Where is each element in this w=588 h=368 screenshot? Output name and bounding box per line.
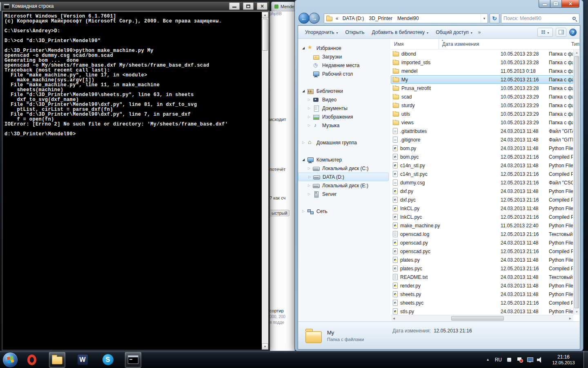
toolbar-item[interactable]: » <box>476 27 483 37</box>
expander-icon[interactable] <box>308 167 313 170</box>
help-button[interactable]: ? <box>569 29 577 36</box>
address-bar[interactable]: « DATA (D:) ▸ 3D_Printer ▸ <box>324 13 488 23</box>
column-header[interactable]: Имя <box>391 39 439 49</box>
file-row[interactable]: mendel 11.05.2013 0:18 Папка с фа <box>391 67 573 75</box>
toolbar-item[interactable]: Упорядочить <box>301 27 341 37</box>
toolbar-item[interactable]: Добавить в библиотеку <box>368 27 432 37</box>
scroll-right-icon[interactable]: ▶ <box>567 315 573 321</box>
minimize-button[interactable] <box>539 0 550 8</box>
file-row[interactable]: make_machine.py 11.05.2013 22:40 Python … <box>391 221 573 230</box>
file-row[interactable]: InkCL.pyc 12.05.2013 21:16 Compiled P <box>391 213 573 221</box>
sidebar-item[interactable]: DATA (D:) <box>298 173 389 181</box>
sidebar-item[interactable]: Компьютер <box>298 155 390 164</box>
address-dropdown-button[interactable]: ▾ <box>481 14 488 23</box>
toolbar-item[interactable]: Общий доступ <box>432 27 476 37</box>
file-row[interactable]: plates.pyc 12.05.2013 21:16 Compiled P <box>391 264 573 273</box>
scroll-up-icon[interactable]: ▲ <box>262 12 268 18</box>
app-icon[interactable] <box>506 357 513 363</box>
browser-tab[interactable]: MendelMax Build Manu... <box>271 2 295 11</box>
display-icon[interactable] <box>527 357 533 363</box>
volume-icon[interactable] <box>537 357 543 363</box>
expander-icon[interactable] <box>308 115 313 119</box>
file-row[interactable]: stls.py 24.03.2013 11:48 Python File <box>391 307 573 315</box>
console-scrollbar[interactable]: ▲ ▼ <box>262 12 268 350</box>
taskbar-app-button[interactable] <box>74 352 91 368</box>
expander-icon[interactable] <box>308 98 313 101</box>
horizontal-scrollbar[interactable]: ◀ ▶ <box>391 315 573 321</box>
breadcrumb-overflow-button[interactable]: « <box>334 16 340 21</box>
breadcrumb-segment[interactable]: Mendel90 <box>395 14 421 23</box>
file-row[interactable]: scad 10.05.2013 23:29 Папка с фа <box>391 92 573 101</box>
file-row[interactable]: views 10.05.2013 23:29 Папка с фа <box>391 118 573 127</box>
language-indicator[interactable]: RU <box>495 357 502 363</box>
show-desktop-button[interactable] <box>584 351 588 368</box>
close-button[interactable]: × <box>561 0 579 8</box>
show-hidden-icons-button[interactable]: ▲ <box>486 356 490 363</box>
file-row[interactable]: imported_stls 10.05.2013 23:28 Папка с ф… <box>391 58 573 67</box>
scrollbar-thumb[interactable] <box>451 316 504 321</box>
expander-icon[interactable] <box>302 47 307 50</box>
sidebar-item[interactable]: Загрузки <box>298 52 390 61</box>
cmd-titlebar[interactable]: Командная строка × <box>2 2 270 11</box>
file-row[interactable]: Prusa_retrofit 10.05.2013 23:28 Папка с … <box>391 84 573 92</box>
sidebar-item[interactable]: Музыка <box>298 121 390 130</box>
breadcrumb-segment[interactable]: 3D_Printer <box>367 14 395 23</box>
start-button[interactable] <box>2 352 18 368</box>
sidebar-item[interactable]: Документы <box>298 104 390 112</box>
taskbar-app-button[interactable] <box>49 352 65 368</box>
file-row[interactable]: plates.py 24.03.2013 11:48 Python File <box>391 256 573 264</box>
file-row[interactable]: openscad.py 24.03.2013 11:48 Python File <box>391 238 573 247</box>
file-row[interactable]: sheets.pyc 12.05.2013 21:16 Compiled P <box>391 298 573 307</box>
scroll-left-icon[interactable]: ◀ <box>391 315 397 321</box>
column-header[interactable]: Тип <box>568 39 580 49</box>
file-row[interactable]: dxf.py 24.03.2013 11:48 Python File <box>391 187 573 195</box>
scroll-up-icon[interactable]: ▲ <box>574 49 580 56</box>
expander-icon[interactable] <box>308 107 313 110</box>
taskbar-app-button[interactable] <box>125 352 141 368</box>
sidebar-item[interactable]: Локальный диск (E:) <box>298 181 390 190</box>
file-row[interactable]: dibond 10.05.2013 23:28 Папка с фа <box>391 49 573 58</box>
file-row[interactable]: sheets.py 24.03.2013 11:48 Python File <box>391 290 573 298</box>
file-row[interactable]: .gitattributes 24.03.2013 11:48 Файл "GI… <box>391 127 573 135</box>
back-button[interactable]: ← <box>298 13 310 24</box>
expander-icon[interactable] <box>308 193 313 196</box>
file-row[interactable]: render.py 24.03.2013 11:48 Python File <box>391 281 573 290</box>
file-row[interactable]: .gitignore 24.03.2013 11:48 Файл "GITI <box>391 135 573 144</box>
forward-button[interactable]: → <box>309 13 320 24</box>
expander-icon[interactable] <box>308 184 313 187</box>
maximize-button[interactable] <box>243 2 254 10</box>
sidebar-item[interactable]: Избранное <box>298 44 390 52</box>
scrollbar-thumb[interactable] <box>574 56 579 308</box>
expander-icon[interactable] <box>302 90 307 93</box>
refresh-button[interactable]: ↻ <box>490 13 499 23</box>
expander-icon[interactable] <box>308 124 313 127</box>
file-row[interactable]: openscad.log 12.05.2013 21:16 Текстовый <box>391 230 573 238</box>
change-view-button[interactable] <box>537 28 553 37</box>
clock[interactable]: 21:16 12.05.2013 <box>550 354 577 366</box>
close-button[interactable]: × <box>257 2 267 10</box>
expander-icon[interactable] <box>302 210 307 213</box>
expander-icon[interactable] <box>302 158 307 162</box>
file-row[interactable]: bom.pyc 12.05.2013 21:16 Compiled P <box>391 153 573 161</box>
sidebar-item[interactable]: Сеть <box>298 207 390 215</box>
file-row[interactable]: dxf.pyc 12.05.2013 21:16 Compiled P <box>391 195 573 204</box>
taskbar-app-button[interactable] <box>100 352 116 368</box>
search-input[interactable] <box>503 16 572 21</box>
search-icon[interactable] <box>572 17 576 20</box>
scrollbar-thumb[interactable] <box>262 19 268 51</box>
preview-pane-button[interactable] <box>556 28 566 37</box>
vertical-scrollbar[interactable]: ▲ ▼ <box>573 49 580 315</box>
file-row[interactable]: c14n_stl.py 24.03.2013 11:48 Python File <box>391 161 573 170</box>
sidebar-item[interactable]: Библиотеки <box>298 87 390 95</box>
sidebar-item[interactable]: Рабочий стол <box>298 70 390 78</box>
sidebar-item[interactable]: Домашняя группа <box>298 138 390 147</box>
sidebar-item[interactable]: Видео <box>298 95 390 104</box>
taskbar-app-button[interactable] <box>24 352 40 368</box>
sidebar-item[interactable]: Изображения <box>298 112 390 121</box>
breadcrumb-segment[interactable]: DATA (D:) <box>340 14 367 23</box>
file-row[interactable]: openscad.pyc 12.05.2013 21:16 Compiled P <box>391 247 573 256</box>
file-row[interactable]: utils 10.05.2013 23:29 Папка с фа <box>391 110 573 118</box>
sidebar-item[interactable]: Недавние места <box>298 61 390 70</box>
scroll-down-icon[interactable]: ▼ <box>574 309 580 315</box>
column-header[interactable]: Дата изменения <box>439 39 568 49</box>
